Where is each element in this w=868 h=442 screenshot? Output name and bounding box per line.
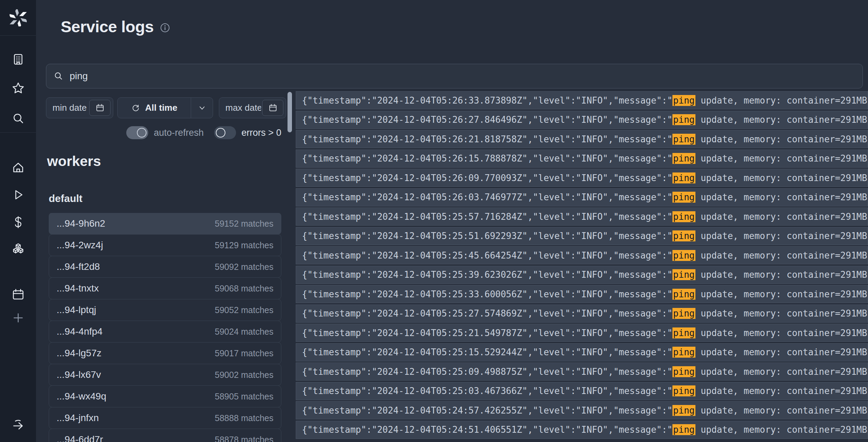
- variables-dollar-icon[interactable]: [11, 215, 25, 229]
- min-date-placeholder: min date: [52, 103, 88, 113]
- page-title-text: Service logs: [61, 17, 154, 36]
- min-date-input[interactable]: min date: [46, 97, 113, 118]
- home-icon[interactable]: [11, 160, 25, 175]
- log-line-text: {"timestamp":"2024-12-04T05:26:09.770093…: [302, 173, 867, 183]
- search-match-highlight: ping: [672, 347, 695, 358]
- search-icon: [53, 71, 63, 81]
- log-suffix: update, memory: container=291MB: [695, 347, 867, 357]
- workers-heading: workers: [47, 153, 101, 169]
- log-row[interactable]: {"timestamp":"2024-12-04T05:25:21.549787…: [296, 324, 868, 342]
- worker-row[interactable]: ...94-lx67v 59002 matches: [49, 364, 281, 386]
- windmill-logo[interactable]: [0, 0, 36, 36]
- search-match-highlight: ping: [672, 192, 695, 203]
- search-match-highlight: ping: [672, 230, 695, 241]
- auto-refresh-toggle[interactable]: [126, 126, 148, 139]
- worker-row[interactable]: ...94-2wz4j 59129 matches: [49, 234, 281, 256]
- log-timestamp: 2024-12-04T05:25:27.574869Z: [377, 308, 522, 319]
- log-row[interactable]: {"timestamp":"2024-12-04T05:24:57.426255…: [296, 401, 868, 419]
- worker-row[interactable]: ...94-6dd7r 58878 matches: [49, 429, 281, 442]
- worker-match-count: 58905 matches: [215, 392, 273, 402]
- calendar-icon: [268, 103, 278, 112]
- log-row[interactable]: {"timestamp":"2024-12-04T05:25:51.692293…: [296, 227, 868, 245]
- log-mid: ","level":"INFO","message":": [522, 386, 672, 396]
- search-match-highlight: ping: [672, 366, 695, 377]
- log-timestamp: 2024-12-04T05:26:33.873898Z: [377, 95, 522, 106]
- workspace-building-icon[interactable]: [11, 52, 25, 66]
- chevron-down-icon: [197, 103, 207, 113]
- log-row[interactable]: {"timestamp":"2024-12-04T05:26:33.873898…: [296, 91, 868, 109]
- errors-filter-toggle[interactable]: [214, 126, 236, 139]
- search-input[interactable]: [69, 70, 856, 82]
- worker-row[interactable]: ...94-jnfxn 58888 matches: [49, 407, 281, 429]
- worker-name: ...94-lptqj: [57, 304, 96, 315]
- resources-cubes-icon[interactable]: [11, 242, 25, 256]
- log-line-text: {"timestamp":"2024-12-04T05:25:39.623026…: [302, 270, 867, 280]
- log-prefix: {"timestamp":": [302, 212, 377, 222]
- worker-row[interactable]: ...94-lptqj 59052 matches: [49, 299, 281, 321]
- log-suffix: update, memory: container=291MB: [695, 134, 867, 144]
- toggle-knob: [216, 128, 225, 138]
- search-icon[interactable]: [11, 111, 25, 126]
- runs-play-icon[interactable]: [11, 188, 25, 202]
- errors-filter-label: errors > 0: [242, 128, 281, 138]
- log-row[interactable]: {"timestamp":"2024-12-04T05:25:15.529244…: [296, 343, 868, 361]
- log-row[interactable]: {"timestamp":"2024-12-04T05:26:21.818758…: [296, 130, 868, 148]
- info-icon[interactable]: [160, 23, 170, 33]
- worker-match-count: 58888 matches: [215, 413, 273, 423]
- log-prefix: {"timestamp":": [302, 328, 377, 338]
- expand-sidebar-arrow-icon[interactable]: [11, 418, 25, 432]
- log-row[interactable]: {"timestamp":"2024-12-04T05:26:09.770093…: [296, 169, 868, 187]
- log-prefix: {"timestamp":": [302, 153, 377, 164]
- calendar-icon: [95, 103, 105, 112]
- log-prefix: {"timestamp":": [302, 173, 377, 183]
- log-suffix: update, memory: container=291MB: [695, 231, 867, 241]
- log-rows: {"timestamp":"2024-12-04T05:26:33.873898…: [296, 91, 868, 440]
- log-scrollbar[interactable]: [288, 92, 292, 132]
- log-row[interactable]: {"timestamp":"2024-12-04T05:26:03.746977…: [296, 188, 868, 206]
- worker-row[interactable]: ...94-tnxtx 59068 matches: [49, 277, 281, 299]
- max-date-input[interactable]: max date: [219, 97, 286, 118]
- log-row[interactable]: {"timestamp":"2024-12-04T05:25:45.664254…: [296, 246, 868, 264]
- log-suffix: update, memory: container=291MB: [695, 289, 867, 299]
- time-range-dropdown-button[interactable]: [191, 98, 213, 118]
- log-prefix: {"timestamp":": [302, 367, 377, 377]
- schedules-calendar-icon[interactable]: [11, 287, 25, 301]
- worker-row[interactable]: ...94-wx49q 58905 matches: [49, 385, 281, 407]
- search-match-highlight: ping: [672, 327, 695, 338]
- log-row[interactable]: {"timestamp":"2024-12-04T05:25:57.716284…: [296, 207, 868, 226]
- log-mid: ","level":"INFO","message":": [522, 115, 672, 125]
- worker-row[interactable]: ...94-lg57z 59017 matches: [49, 342, 281, 364]
- log-mid: ","level":"INFO","message":": [522, 328, 672, 338]
- log-row[interactable]: {"timestamp":"2024-12-04T05:25:39.623026…: [296, 266, 868, 284]
- log-prefix: {"timestamp":": [302, 134, 377, 144]
- log-row[interactable]: {"timestamp":"2024-12-04T05:25:03.467366…: [296, 382, 868, 400]
- log-suffix: update, memory: container=291MB: [695, 425, 867, 435]
- create-plus-icon[interactable]: [11, 311, 25, 325]
- log-row[interactable]: {"timestamp":"2024-12-04T05:25:33.600056…: [296, 285, 868, 303]
- log-row[interactable]: {"timestamp":"2024-12-04T05:26:27.846496…: [296, 111, 868, 129]
- time-range-button[interactable]: All time: [118, 98, 191, 118]
- log-suffix: update, memory: container=291MB: [695, 115, 867, 125]
- favorites-star-icon[interactable]: [11, 81, 25, 95]
- max-date-placeholder: max date: [225, 103, 261, 113]
- log-row[interactable]: {"timestamp":"2024-12-04T05:25:09.498875…: [296, 362, 868, 381]
- log-suffix: update, memory: container=291MB: [695, 270, 867, 280]
- search-match-highlight: ping: [672, 308, 695, 319]
- worker-row[interactable]: ...94-9h6n2 59152 matches: [49, 213, 281, 235]
- worker-row[interactable]: ...94-4nfp4 59024 matches: [49, 321, 281, 343]
- log-line-text: {"timestamp":"2024-12-04T05:24:57.426255…: [302, 405, 867, 416]
- log-prefix: {"timestamp":": [302, 115, 377, 125]
- worker-name: ...94-9h6n2: [57, 218, 105, 229]
- log-timestamp: 2024-12-04T05:25:21.549787Z: [377, 328, 522, 338]
- log-row[interactable]: {"timestamp":"2024-12-04T05:25:27.574869…: [296, 304, 868, 323]
- log-mid: ","level":"INFO","message":": [522, 173, 672, 183]
- max-date-calendar-button[interactable]: [262, 100, 283, 116]
- worker-row[interactable]: ...94-ft2d8 59092 matches: [49, 256, 281, 278]
- log-row[interactable]: {"timestamp":"2024-12-04T05:26:15.788878…: [296, 150, 868, 168]
- log-row[interactable]: {"timestamp":"2024-12-04T05:24:51.406551…: [296, 421, 868, 439]
- log-suffix: update, memory: container=291MB: [695, 386, 867, 396]
- log-timestamp: 2024-12-04T05:25:51.692293Z: [377, 231, 522, 241]
- log-timestamp: 2024-12-04T05:25:03.467366Z: [377, 386, 522, 396]
- log-line-text: {"timestamp":"2024-12-04T05:25:33.600056…: [302, 289, 867, 299]
- min-date-calendar-button[interactable]: [89, 100, 110, 116]
